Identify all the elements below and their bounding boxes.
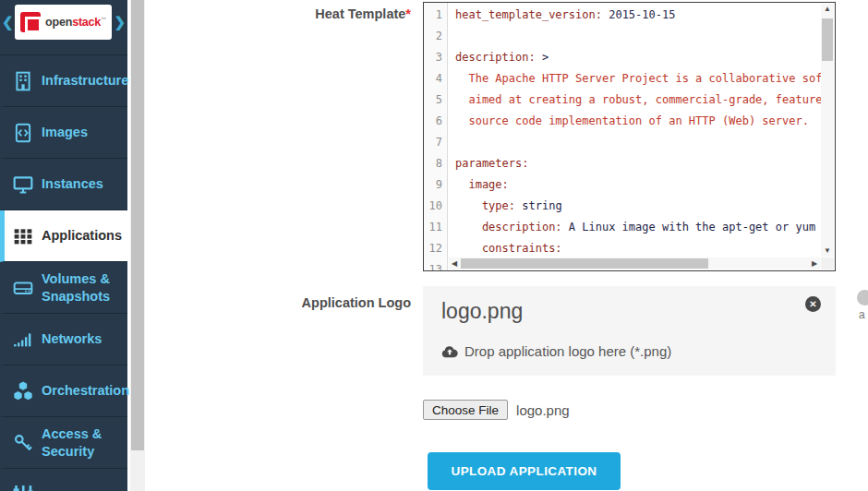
logo-dropzone[interactable]: logo.png Drop application logo here (*.p…	[423, 286, 836, 376]
signal-bars-icon	[13, 329, 33, 350]
line-number: 1	[424, 5, 447, 26]
application-logo-label: Application Logo	[139, 295, 411, 310]
sidebar-item-applications[interactable]: Applications	[0, 210, 127, 262]
dropzone-hint-text: Drop application logo here (*.png)	[464, 343, 671, 359]
code-line: description: A Linux image with the apt-…	[455, 217, 821, 238]
sidebar: ❮ openstack™ ❯ InfrastructureImagesInsta…	[0, 0, 127, 491]
line-number: 4	[424, 68, 447, 90]
editor-gutter: 12345678910111213	[424, 3, 448, 270]
line-number: 5	[424, 90, 447, 111]
code-line: image:	[455, 174, 821, 196]
drive-icon	[13, 278, 33, 298]
editor-code[interactable]: heat_template_version: 2015-10-15descrip…	[449, 3, 821, 258]
key-icon	[13, 433, 33, 453]
required-asterisk: *	[405, 6, 411, 21]
monitor-icon	[13, 174, 33, 195]
horizontal-scrollbar-thumb[interactable]	[461, 258, 708, 269]
openstack-logo-text: openstack™	[45, 16, 106, 29]
heat-template-label: Heat Template*	[139, 6, 411, 21]
dropped-filename: logo.png	[441, 299, 523, 324]
heat-template-editor[interactable]: 12345678910111213 heat_template_version:…	[423, 2, 836, 271]
dropzone-hint: Drop application logo here (*.png)	[441, 343, 671, 359]
sidebar-logo-row: ❮ openstack™ ❯	[0, 0, 127, 55]
code-line: source code implementation of an HTTP (W…	[455, 111, 821, 132]
sidebar-item-images[interactable]: Images	[0, 107, 127, 159]
sidebar-item-label: Applications	[42, 227, 122, 245]
close-icon: ✕	[809, 299, 816, 309]
code-line	[455, 26, 821, 47]
building-icon	[13, 71, 33, 91]
sidebar-item-instances[interactable]: Instances	[0, 159, 127, 210]
sliders-icon	[13, 485, 33, 491]
scroll-up-icon[interactable]: ▲	[821, 4, 834, 15]
sidebar-item-networks[interactable]: Networks	[0, 314, 127, 365]
line-number: 3	[424, 47, 447, 68]
code-line: description: >	[455, 47, 821, 68]
code-line: type: string	[455, 196, 821, 217]
cubes-icon	[13, 381, 33, 401]
editor-vertical-scrollbar[interactable]: ▲ ▼	[821, 4, 834, 257]
chevron-left-icon[interactable]: ❮	[2, 14, 14, 30]
chevron-right-icon[interactable]: ❯	[114, 14, 126, 30]
file-input-row: Choose File logo.png	[423, 400, 570, 420]
scrollbar-corner	[821, 257, 834, 269]
sidebar-item-volumes-snapshots[interactable]: Volumes & Snapshots	[0, 262, 127, 314]
sidebar-item-label: Volumes & Snapshots	[42, 270, 127, 305]
line-number: 6	[424, 111, 447, 132]
file-code-icon	[13, 123, 33, 143]
choose-file-button[interactable]: Choose File	[423, 400, 508, 420]
code-line	[455, 132, 821, 153]
sidebar-item-partial[interactable]	[13, 485, 33, 491]
code-line: aimed at creating a robust, commercial-g…	[455, 90, 821, 111]
line-number: 10	[424, 196, 447, 217]
scroll-right-icon[interactable]: ▶	[809, 257, 820, 269]
cloud-upload-icon	[441, 344, 458, 358]
line-number: 11	[424, 217, 447, 238]
sidebar-item-label: Images	[42, 124, 88, 141]
sidebar-item-infrastructure[interactable]: Infrastructure	[0, 55, 127, 107]
panel-scrollbar-thumb[interactable]	[131, 0, 144, 450]
sidebar-item-label: Infrastructure	[42, 72, 128, 90]
code-line: parameters:	[455, 153, 821, 174]
line-number: 7	[424, 132, 447, 153]
sidebar-item-label: Access & Security	[42, 425, 127, 461]
scroll-down-icon[interactable]: ▼	[821, 246, 834, 257]
sidebar-item-label: Orchestration	[42, 382, 129, 400]
grid-icon	[13, 226, 33, 246]
line-number: 8	[424, 153, 447, 174]
line-number: 12	[424, 238, 447, 259]
remove-logo-button[interactable]: ✕	[805, 296, 821, 312]
line-number: 2	[424, 26, 447, 47]
panel-scrollbar[interactable]	[130, 0, 145, 491]
openstack-logo-mark-icon	[20, 12, 41, 32]
sidebar-nav: InfrastructureImagesInstancesApplication…	[0, 55, 127, 469]
vertical-scrollbar-thumb[interactable]	[822, 18, 833, 61]
selected-filename: logo.png	[516, 402, 570, 418]
line-number: 9	[424, 174, 447, 196]
upload-application-button[interactable]: UPLOAD APPLICATION	[428, 452, 621, 490]
code-line: heat_template_version: 2015-10-15	[455, 5, 821, 26]
sidebar-item-label: Instances	[42, 175, 103, 193]
code-line: The Apache HTTP Server Project is a coll…	[455, 68, 821, 90]
help-icon	[857, 290, 868, 305]
sidebar-item-orchestration[interactable]: Orchestration	[0, 365, 127, 417]
sidebar-item-label: Networks	[42, 330, 102, 348]
sidebar-item-access-security[interactable]: Access & Security	[0, 417, 127, 469]
scroll-left-icon[interactable]: ◀	[449, 257, 460, 269]
help-partial-text: a	[859, 308, 865, 321]
openstack-logo[interactable]: openstack™	[15, 5, 112, 40]
line-number: 13	[424, 259, 447, 270]
code-line: constraints:	[455, 238, 821, 258]
editor-horizontal-scrollbar[interactable]: ◀ ▶	[449, 257, 820, 269]
